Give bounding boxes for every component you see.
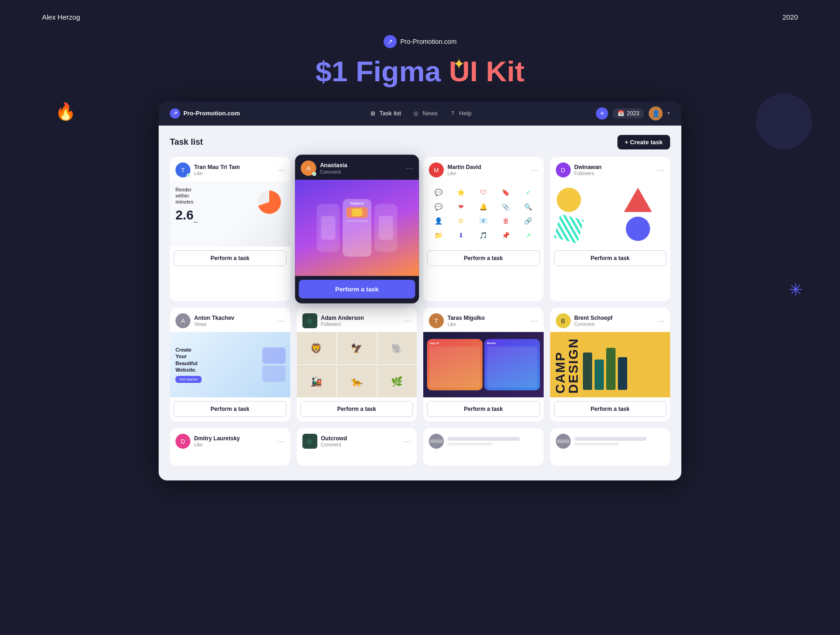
icon-2: ⭐	[451, 187, 471, 198]
card-8-menu-icon[interactable]: ⋯	[657, 317, 665, 325]
cards-grid: T Tran Mau Tri Tam Like ⋯ Renderwithinmi…	[170, 157, 670, 422]
create-task-button[interactable]: + Create task	[617, 135, 670, 149]
cards-grid-bottom: D Dmitry Lauretsky Like ⋯ ⬡ Outcrowd Com…	[170, 428, 670, 466]
card-10: ⬡ Outcrowd Comment ⋯	[297, 428, 417, 466]
card-7-image: App UI Mobile	[423, 332, 544, 397]
card-10-avatar: ⬡	[302, 434, 317, 449]
nav-item-news[interactable]: ◎ News	[412, 110, 438, 117]
icon-4: 🔖	[496, 187, 516, 198]
card-10-label: Comment	[321, 442, 400, 447]
card-7-avatar-wrap: T	[429, 313, 444, 328]
card-2-label: Comment	[320, 169, 401, 174]
card-8-username: Brent Schoepf	[574, 315, 654, 321]
card-4-image	[550, 181, 671, 247]
animal-3: 🐘	[378, 332, 417, 364]
card-4: D Dwinawan Followers ⋯ P	[550, 157, 671, 301]
card-1: T Tran Mau Tri Tam Like ⋯ Renderwithinmi…	[170, 157, 290, 301]
shape-circle-blue	[626, 217, 650, 241]
card-7-avatar: T	[429, 313, 444, 328]
nav-item-help[interactable]: ? Help	[449, 110, 472, 117]
circle-decoration	[756, 93, 812, 149]
phone-right	[374, 204, 397, 252]
year-value: 2023	[627, 110, 639, 117]
card-8-header: B Brent Schoepf Comment ⋯	[550, 308, 671, 332]
card-1-avatar-wrap: T	[175, 162, 190, 177]
card-3-perform-button[interactable]: Perform a task	[427, 250, 540, 266]
card-3-image: 💬 ⭐ 🛡 🔖 ✓ 💬 ❤ 🔔 📎 🔍 👤 ⚙ 📧 🗑	[423, 181, 544, 247]
icon-20: ↗	[518, 230, 538, 241]
icon-11: 👤	[429, 215, 448, 227]
globe-icon: ◎	[412, 110, 420, 117]
card-9: D Dmitry Lauretsky Like ⋯	[170, 428, 290, 466]
status-dot-2	[312, 172, 316, 176]
icon-18: 🎵	[474, 230, 493, 241]
card-2-menu-icon[interactable]: ⋯	[405, 164, 413, 173]
card-3: M Martin David Like ⋯ 💬 ⭐ 🛡 🔖 ✓	[423, 157, 544, 301]
card-5-menu-icon[interactable]: ⋯	[277, 317, 285, 325]
website-title: CreateYourBeautifulWebsite.	[175, 346, 197, 373]
user-avatar[interactable]: 👤	[649, 106, 663, 120]
nav-item-tasklist[interactable]: ⊞ Task list	[369, 110, 401, 117]
icon-3: 🛡	[474, 187, 493, 198]
status-dot	[187, 174, 190, 177]
hero-section: ↗ Pro-Promotion.com $1 Figma UI Kit	[0, 21, 840, 97]
animal-2: 🦅	[337, 332, 377, 364]
card-8-user-info: Brent Schoepf Comment	[574, 315, 654, 326]
card-1-menu-icon[interactable]: ⋯	[277, 166, 285, 175]
chevron-down-icon[interactable]: ▾	[667, 110, 670, 116]
card-10-menu-icon[interactable]: ⋯	[404, 437, 411, 446]
card-7-label: Like	[448, 322, 527, 327]
card-12-header	[550, 428, 671, 452]
card-9-username: Dmitry Lauretsky	[194, 435, 273, 442]
card-7-menu-icon[interactable]: ⋯	[531, 317, 538, 325]
icon-13: 📧	[474, 215, 493, 227]
card-4-perform-button[interactable]: Perform a task	[554, 250, 667, 266]
meta-bar: Alex Herzog 2020	[0, 0, 840, 21]
help-icon: ?	[449, 110, 456, 117]
card-9-menu-icon[interactable]: ⋯	[277, 437, 285, 446]
hero-brand: ↗ Pro-Promotion.com	[0, 35, 840, 48]
card-5-avatar-wrap: A	[175, 313, 190, 328]
card-2-perform-button[interactable]: Perform a task	[299, 280, 415, 298]
card-12-avatar	[556, 434, 571, 449]
icon-16: 📁	[429, 230, 448, 241]
card-7-user-info: Taras Migulko Like	[448, 315, 527, 326]
card-8-perform-button[interactable]: Perform a task	[554, 401, 667, 417]
flame-decoration: 🔥	[55, 102, 76, 121]
card-4-header: D Dwinawan Followers ⋯	[550, 157, 671, 181]
nav-plus-button[interactable]: +	[596, 107, 608, 120]
card-2-user-info: Anastasia Comment	[320, 162, 401, 174]
card-2-username: Anastasia	[320, 162, 401, 169]
card-6: ⬡ Adam Anderson Followers ⋯ 🦁 🦅 🐘 🚂 🐆	[297, 308, 417, 422]
card-9-user-info: Dmitry Lauretsky Like	[194, 435, 273, 447]
card-1-perform-button[interactable]: Perform a task	[174, 250, 287, 266]
card-4-menu-icon[interactable]: ⋯	[657, 166, 665, 175]
card-6-menu-icon[interactable]: ⋯	[404, 317, 411, 325]
card-7-perform-button[interactable]: Perform a task	[427, 401, 540, 417]
snowflake-decoration: ✳	[789, 280, 803, 300]
nav-year-selector[interactable]: 📅 2023	[613, 108, 644, 119]
card-9-header: D Dmitry Lauretsky Like ⋯	[170, 428, 290, 452]
icon-12: ⚙	[451, 215, 471, 227]
user-avatar-wrap: 👤	[649, 106, 663, 120]
card-11-user-info	[448, 437, 538, 445]
card-8: B Brent Schoepf Comment ⋯ DESIGN CAMP	[550, 308, 671, 422]
card-10-header: ⬡ Outcrowd Comment ⋯	[297, 428, 417, 452]
card-11	[423, 428, 544, 466]
card-6-perform-button[interactable]: Perform a task	[301, 401, 413, 417]
nav-center: ⊞ Task list ◎ News ? Help	[254, 110, 587, 117]
website-button: Get started	[175, 376, 202, 383]
card-3-menu-icon[interactable]: ⋯	[531, 166, 538, 175]
nav-bar: ↗ Pro-Promotion.com ⊞ Task list ◎ News ?…	[159, 101, 681, 126]
card-5-user-info: Anton Tkachev Views	[194, 315, 273, 326]
card-8-avatar: B	[556, 313, 571, 328]
icon-19: 📌	[496, 230, 516, 241]
card-12-user-info	[574, 437, 665, 445]
card-5-header: A Anton Tkachev Views ⋯	[170, 308, 290, 332]
nav-brand[interactable]: ↗ Pro-Promotion.com	[170, 108, 240, 119]
card-3-label: Like	[448, 171, 527, 176]
card-4-avatar: D	[556, 162, 571, 177]
card-5-label: Views	[194, 322, 273, 327]
card-2-featured: A Anastasia Comment ⋯ T	[295, 155, 419, 303]
card-5-perform-button[interactable]: Perform a task	[174, 401, 287, 417]
